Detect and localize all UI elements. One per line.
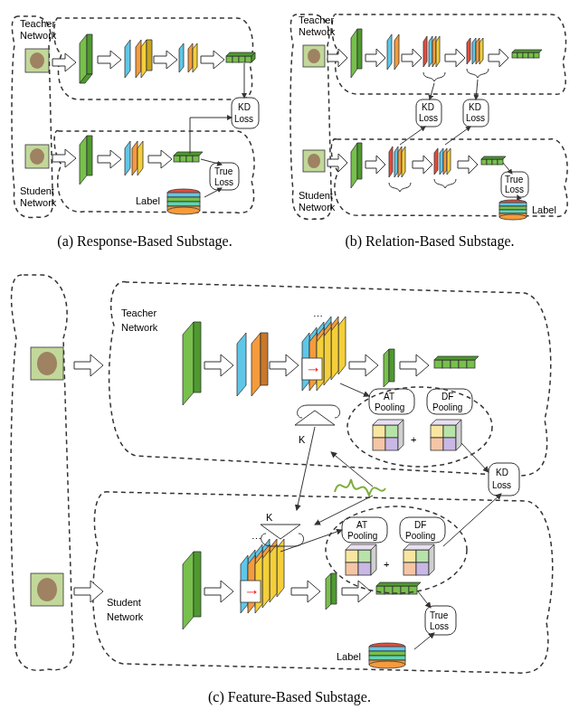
svg-marker-77 xyxy=(402,147,405,177)
svg-marker-56 xyxy=(387,34,392,70)
arrow-icon xyxy=(154,51,177,69)
svg-text:KD: KD xyxy=(238,102,251,112)
svg-point-101 xyxy=(499,214,527,220)
svg-marker-79 xyxy=(440,148,443,175)
svg-marker-120 xyxy=(261,333,268,385)
svg-text:Pooling: Pooling xyxy=(432,402,462,412)
svg-text:⋯: ⋯ xyxy=(313,311,323,322)
svg-marker-73 xyxy=(357,143,362,179)
svg-rect-68 xyxy=(523,52,528,58)
svg-marker-13 xyxy=(141,40,147,78)
svg-rect-20 xyxy=(239,56,245,62)
panel-b-caption: (b) Relation-Based Substage. xyxy=(290,233,570,250)
svg-point-7 xyxy=(30,148,44,165)
svg-rect-138 xyxy=(442,360,451,368)
svg-rect-69 xyxy=(528,52,534,58)
svg-text:Loss: Loss xyxy=(466,113,485,123)
svg-rect-21 xyxy=(245,56,252,62)
svg-marker-170 xyxy=(326,573,331,610)
red-arrow-icon: → xyxy=(305,360,321,378)
svg-text:Network: Network xyxy=(20,30,57,41)
svg-marker-26 xyxy=(125,141,130,175)
arrow-icon xyxy=(52,53,76,71)
svg-text:Loss: Loss xyxy=(214,177,233,187)
svg-rect-85 xyxy=(498,159,503,165)
svg-marker-12 xyxy=(136,40,141,78)
panel-a-svg: Teacher Network Student Network KD Loss xyxy=(9,9,280,226)
svg-text:KD: KD xyxy=(469,102,481,112)
svg-marker-117 xyxy=(194,322,201,392)
svg-text:True: True xyxy=(505,175,524,184)
svg-rect-99 xyxy=(499,210,527,213)
kd-loss-box: KD Loss xyxy=(489,463,519,496)
svg-marker-154 xyxy=(194,552,201,617)
svg-marker-76 xyxy=(398,147,402,177)
svg-text:Teacher: Teacher xyxy=(299,14,334,25)
panel-c-caption: (c) Feature-Based Substage. xyxy=(9,689,570,705)
svg-text:Network: Network xyxy=(121,322,158,333)
svg-rect-97 xyxy=(499,203,527,206)
panel-a-caption: (a) Response-Based Substage. xyxy=(9,233,280,250)
svg-text:AT: AT xyxy=(384,392,394,402)
svg-text:K: K xyxy=(299,434,306,445)
svg-marker-61 xyxy=(436,36,440,67)
teacher-feature-stack: ⋯ → xyxy=(302,311,346,391)
svg-marker-74 xyxy=(389,147,393,177)
svg-marker-189 xyxy=(261,525,300,539)
svg-marker-142 xyxy=(434,356,479,360)
student-input-image xyxy=(303,150,325,172)
svg-rect-32 xyxy=(193,156,199,162)
svg-marker-135 xyxy=(384,349,389,387)
svg-marker-64 xyxy=(476,38,479,64)
svg-marker-72 xyxy=(351,143,357,188)
svg-rect-18 xyxy=(226,56,233,62)
svg-rect-84 xyxy=(492,159,498,165)
svg-rect-66 xyxy=(512,52,517,58)
true-loss-box: True Loss xyxy=(210,163,239,190)
svg-text:KD: KD xyxy=(422,102,434,112)
svg-point-53 xyxy=(308,154,320,168)
arrow-icon xyxy=(201,51,224,69)
svg-text:Network: Network xyxy=(299,26,336,37)
svg-rect-141 xyxy=(467,360,475,368)
panel-a: Teacher Network Student Network KD Loss xyxy=(9,9,280,266)
teacher-block2 xyxy=(125,40,152,78)
svg-marker-126 xyxy=(331,322,338,380)
teacher-label: Teacher xyxy=(299,14,334,25)
teacher-output xyxy=(226,52,255,62)
svg-rect-197 xyxy=(369,656,405,660)
svg-rect-67 xyxy=(517,52,523,58)
svg-marker-54 xyxy=(351,29,357,78)
svg-rect-30 xyxy=(180,156,186,162)
teacher-conv1 xyxy=(80,34,92,83)
svg-point-113 xyxy=(37,352,57,375)
panel-c: Teacher Network Student Network ⋯ → xyxy=(9,266,570,705)
svg-marker-60 xyxy=(432,36,436,67)
svg-marker-28 xyxy=(138,141,143,175)
svg-marker-157 xyxy=(277,539,284,597)
svg-rect-29 xyxy=(174,156,180,162)
svg-text:Network: Network xyxy=(299,202,336,213)
svg-marker-171 xyxy=(331,573,337,604)
svg-text:Loss: Loss xyxy=(430,621,449,631)
svg-text:True: True xyxy=(214,166,233,176)
svg-marker-75 xyxy=(394,147,398,177)
arrow-icon xyxy=(52,149,76,167)
svg-text:Loss: Loss xyxy=(419,113,438,123)
svg-point-199 xyxy=(369,661,405,668)
svg-text:Loss: Loss xyxy=(505,184,524,194)
panel-b-svg: Teacher Network Student Network xyxy=(290,9,570,226)
svg-rect-42 xyxy=(167,197,200,202)
teacher-input-image xyxy=(25,49,49,72)
svg-text:Pooling: Pooling xyxy=(405,531,435,541)
svg-rect-98 xyxy=(499,206,527,210)
svg-point-51 xyxy=(308,49,320,63)
label-text: Label xyxy=(136,195,160,206)
svg-rect-140 xyxy=(459,360,467,368)
svg-rect-70 xyxy=(534,52,539,58)
label-text: Label xyxy=(532,204,556,215)
svg-marker-160 xyxy=(270,544,277,602)
svg-text:→: → xyxy=(243,582,260,600)
svg-text:+: + xyxy=(384,559,389,570)
svg-rect-43 xyxy=(167,202,200,206)
